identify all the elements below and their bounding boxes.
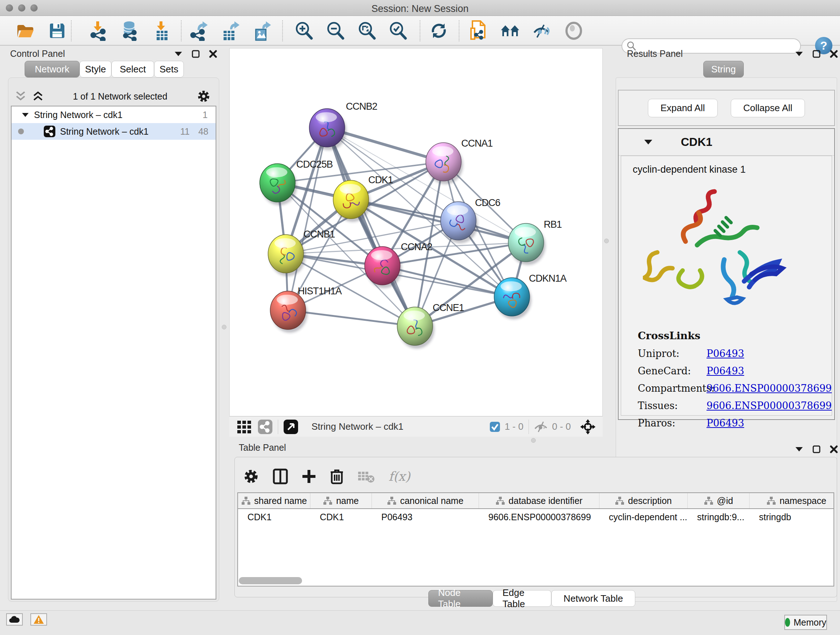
tab-node-table[interactable]: Node Table: [428, 590, 493, 607]
network-node-RB1[interactable]: [508, 223, 546, 265]
expand-all-button[interactable]: Expand All: [648, 99, 718, 117]
expand-all-networks-icon[interactable]: [33, 91, 43, 101]
column-header-shared-name[interactable]: shared name: [238, 493, 310, 508]
table-cell[interactable]: stringdb:9...: [688, 509, 750, 525]
collapse-panel-icon[interactable]: [795, 51, 803, 57]
genecard-link[interactable]: P06493: [706, 365, 744, 377]
zoom-out-button[interactable]: [325, 21, 345, 41]
export-network-button[interactable]: [189, 21, 208, 41]
network-node-CCNB2[interactable]: [309, 109, 347, 150]
table-cell[interactable]: CDK1: [238, 509, 310, 525]
table-cell[interactable]: cyclin-dependent ...: [600, 509, 688, 525]
network-node-CDKN1A[interactable]: [494, 278, 531, 319]
network-node-CCNA2[interactable]: [365, 247, 402, 288]
attribute-type-icon: [496, 496, 505, 505]
hidden-eye-icon[interactable]: [534, 421, 548, 433]
column-header-namespace[interactable]: namespace: [750, 493, 834, 508]
tab-network-table[interactable]: Network Table: [551, 590, 635, 607]
table-row[interactable]: CDK1CDK1P064939606.ENSP00000378699cyclin…: [238, 509, 834, 525]
network-edge[interactable]: [288, 128, 327, 310]
network-collection-row[interactable]: String Network – cdk1 1: [11, 106, 216, 123]
table-cell[interactable]: 9606.ENSP00000378699: [479, 509, 600, 525]
float-panel-icon[interactable]: [192, 50, 200, 58]
add-column-icon[interactable]: [302, 469, 316, 484]
table-horizontal-scrollbar[interactable]: [239, 577, 302, 584]
right-splitter-handle[interactable]: [604, 239, 609, 243]
network-node-CDK1[interactable]: [333, 180, 370, 222]
tissues-link[interactable]: 9606.ENSP00000378699: [706, 400, 832, 411]
export-table-button[interactable]: [221, 21, 240, 41]
close-panel-icon[interactable]: [830, 50, 838, 58]
tab-string-results[interactable]: String: [703, 61, 744, 78]
tab-edge-table[interactable]: Edge Table: [493, 590, 551, 607]
fit-selected-move-icon[interactable]: [579, 418, 596, 435]
grid-view-icon[interactable]: [237, 419, 252, 434]
selected-count-text: 1 - 0: [505, 421, 523, 432]
open-in-window-icon[interactable]: [283, 419, 298, 434]
refresh-view-button[interactable]: [429, 21, 448, 41]
collapse-all-networks-icon[interactable]: [15, 91, 26, 101]
bottom-splitter-handle[interactable]: [531, 438, 536, 443]
warnings-button[interactable]: [30, 613, 47, 625]
network-node-CDC25B[interactable]: [260, 164, 297, 205]
control-panel-title: Control Panel: [10, 49, 65, 59]
tab-select[interactable]: Select: [111, 61, 154, 78]
import-network-database-button[interactable]: [119, 21, 139, 41]
status-bar: [0, 610, 840, 635]
open-session-button[interactable]: [16, 21, 35, 41]
float-panel-icon[interactable]: [813, 445, 821, 453]
table-options-gear-icon[interactable]: [243, 469, 259, 485]
selected-checkbox-icon[interactable]: [489, 421, 500, 432]
collapse-all-button[interactable]: Collapse All: [731, 99, 805, 117]
network-node-CCNA1[interactable]: [426, 143, 463, 184]
close-panel-icon[interactable]: [209, 50, 217, 58]
memory-button[interactable]: Memory: [784, 615, 827, 630]
node-label-CCNB2: CCNB2: [346, 101, 377, 112]
network-node-HIST1H1A[interactable]: [270, 291, 308, 333]
enrichment-settings-button[interactable]: [532, 21, 552, 41]
zoom-in-button[interactable]: [294, 21, 314, 41]
column-header-canonical-name[interactable]: canonical name: [372, 493, 479, 508]
zoom-out-icon: [325, 21, 345, 41]
export-image-button[interactable]: [252, 21, 272, 41]
table-cell[interactable]: CDK1: [310, 509, 372, 525]
pharos-link[interactable]: P06493: [706, 417, 744, 429]
collapse-panel-icon[interactable]: [795, 447, 803, 452]
tab-sets[interactable]: Sets: [154, 61, 184, 78]
collapse-panel-icon[interactable]: [174, 51, 182, 57]
node-label-CDKN1A: CDKN1A: [529, 273, 567, 284]
table-cell[interactable]: stringdb: [750, 509, 834, 525]
network-node-CCNE1[interactable]: [397, 307, 434, 348]
network-canvas[interactable]: CCNB2CCNA1CDC25BCDK1CDC6RB1CCNB1CCNA2CDK…: [229, 48, 603, 416]
string-home-button[interactable]: [500, 21, 520, 41]
cloud-status-button[interactable]: [6, 613, 23, 625]
node-table[interactable]: shared namenamecanonical namedatabase id…: [237, 492, 834, 586]
string-view-icon[interactable]: [257, 419, 273, 434]
protein-section-header[interactable]: CDK1: [619, 129, 834, 156]
tree-expand-icon[interactable]: [22, 112, 29, 117]
show-columns-icon[interactable]: [273, 469, 288, 485]
float-panel-icon[interactable]: [813, 50, 821, 58]
tab-style[interactable]: Style: [80, 61, 111, 78]
column-header--id[interactable]: @id: [688, 493, 750, 508]
compartments-link[interactable]: 9606.ENSP00000378699: [706, 383, 832, 394]
left-splitter-handle[interactable]: [222, 325, 226, 329]
hide-panel-button[interactable]: [564, 21, 584, 41]
network-row-selected[interactable]: String Network – cdk1 11 48: [11, 123, 216, 140]
column-header-name[interactable]: name: [310, 493, 372, 508]
delete-column-icon[interactable]: [330, 469, 344, 485]
network-options-gear-icon[interactable]: [197, 89, 210, 103]
column-header-database-identifier[interactable]: database identifier: [479, 493, 600, 508]
zoom-selected-button[interactable]: [388, 21, 408, 41]
fit-content-button[interactable]: [357, 21, 377, 41]
import-table-button[interactable]: [152, 21, 172, 41]
section-collapse-icon[interactable]: [644, 139, 653, 145]
table-cell[interactable]: P06493: [372, 509, 479, 525]
save-session-button[interactable]: [47, 21, 67, 41]
import-network-file-button[interactable]: [88, 21, 108, 41]
string-import-button[interactable]: [469, 21, 488, 41]
close-panel-icon[interactable]: [830, 445, 838, 453]
uniprot-link[interactable]: P06493: [706, 348, 744, 359]
column-header-description[interactable]: description: [600, 493, 688, 508]
tab-network[interactable]: Network: [25, 61, 80, 78]
